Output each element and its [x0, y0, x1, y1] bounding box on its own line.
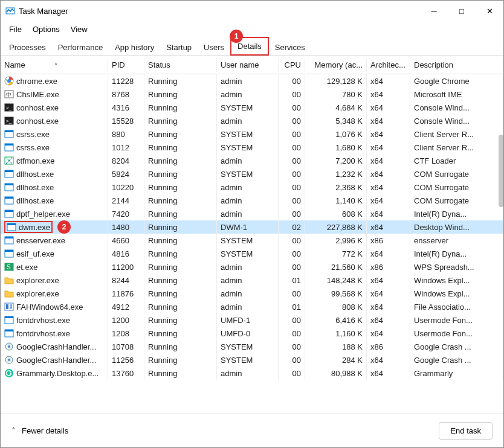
fewer-details-toggle[interactable]: ˄ Fewer details	[11, 426, 68, 435]
table-row[interactable]: chrome.exe 11228 Running admin 00 129,12…	[1, 74, 503, 88]
cell-pid: 1208	[108, 327, 144, 341]
process-name: ctfmon.exe	[16, 156, 55, 165]
header-name[interactable]: Name＾	[1, 58, 108, 72]
cell-pid: 8204	[108, 154, 144, 168]
cell-memory: 227,868 K	[305, 220, 367, 234]
cell-description: Windows Expl...	[410, 274, 503, 287]
menu-options[interactable]: Options	[28, 24, 65, 35]
header-user[interactable]: User name	[217, 58, 279, 72]
end-task-button[interactable]: End task	[439, 422, 493, 440]
cell-user: DWM-1	[217, 220, 279, 234]
cell-pid: 11228	[108, 74, 144, 88]
table-row[interactable]: FAHWindow64.exe 4912 Running admin 01 80…	[1, 300, 503, 313]
process-table: Name＾ PID Status User name CPU Memory (a…	[1, 56, 503, 406]
process-name: Grammarly.Desktop.e...	[16, 369, 99, 378]
cell-description: Usermode Fon...	[410, 327, 503, 341]
cell-description: Client Server R...	[410, 141, 503, 155]
cell-user: SYSTEM	[217, 340, 279, 354]
cell-description: Client Server R...	[410, 127, 503, 141]
vertical-scrollbar[interactable]	[499, 135, 503, 207]
header-cpu[interactable]: CPU	[279, 58, 305, 72]
process-icon: >_	[4, 103, 14, 112]
table-row[interactable]: >_conhost.exe 15528 Running admin 00 5,3…	[1, 114, 503, 127]
svg-rect-25	[7, 223, 16, 225]
table-row[interactable]: fontdrvhost.exe 1208 Running UMFD-0 00 1…	[1, 327, 503, 340]
cell-user: admin	[217, 181, 279, 194]
cell-pid: 1480	[108, 220, 144, 234]
svg-rect-21	[5, 197, 13, 199]
header-status[interactable]: Status	[144, 58, 217, 72]
table-row[interactable]: csrss.exe 880 Running SYSTEM 00 1,076 K …	[1, 127, 503, 141]
table-row[interactable]: esif_uf.exe 4816 Running SYSTEM 00 772 K…	[1, 247, 503, 260]
cell-cpu: 00	[279, 247, 305, 261]
maximize-button[interactable]: □	[448, 1, 476, 21]
cell-status: Running	[144, 220, 217, 234]
fewer-details-label: Fewer details	[22, 426, 68, 435]
cell-cpu: 00	[279, 353, 305, 367]
tab-performance[interactable]: Performance	[52, 39, 109, 56]
cell-user: admin	[217, 88, 279, 101]
table-row[interactable]: csrss.exe 1012 Running SYSTEM 00 1,680 K…	[1, 141, 503, 154]
table-row[interactable]: Set.exe 11200 Running admin 00 21,560 K …	[1, 260, 503, 274]
tab-users[interactable]: Users	[198, 39, 230, 56]
chevron-up-icon: ˄	[11, 426, 16, 435]
cell-status: Running	[144, 194, 217, 208]
header-description[interactable]: Description	[410, 58, 503, 72]
google-crash-icon	[4, 355, 14, 365]
tab-processes[interactable]: Processes	[3, 39, 52, 56]
svg-rect-17	[5, 170, 13, 172]
menu-file[interactable]: File	[4, 24, 27, 35]
table-row[interactable]: dllhost.exe 10220 Running admin 00 2,368…	[1, 181, 503, 194]
table-row[interactable]: GoogleCrashHandler... 10708 Running SYST…	[1, 340, 503, 353]
tab-services[interactable]: Services	[269, 39, 311, 56]
process-icon	[4, 196, 14, 205]
cell-status: Running	[144, 366, 217, 380]
svg-point-40	[8, 345, 10, 348]
menubar: File Options View	[1, 21, 503, 37]
table-row[interactable]: explorer.exe 8244 Running admin 01 148,2…	[1, 274, 503, 287]
process-name: csrss.exe	[16, 143, 50, 152]
cell-pid: 1200	[108, 313, 144, 327]
table-row[interactable]: ensserver.exe 4660 Running SYSTEM 00 2,9…	[1, 234, 503, 247]
cell-status: Running	[144, 234, 217, 248]
cell-memory: 284 K	[305, 353, 367, 367]
table-row[interactable]: fontdrvhost.exe 1200 Running UMFD-1 00 6…	[1, 313, 503, 327]
tab-app-history[interactable]: App history	[109, 39, 160, 56]
cell-description: Microsoft IME	[410, 88, 503, 101]
cell-memory: 4,684 K	[305, 101, 367, 115]
table-row[interactable]: Grammarly.Desktop.e... 13760 Running adm…	[1, 366, 503, 380]
process-name: dllhost.exe	[16, 196, 54, 205]
minimize-button[interactable]: ─	[420, 1, 448, 21]
menu-view[interactable]: View	[66, 24, 92, 35]
table-row[interactable]: GoogleCrashHandler... 11256 Running SYST…	[1, 353, 503, 366]
cell-memory: 80,988 K	[305, 366, 367, 380]
close-button[interactable]: ✕	[476, 1, 503, 21]
cell-arch: x64	[367, 353, 410, 367]
process-name: csrss.exe	[16, 130, 50, 139]
header-memory[interactable]: Memory (ac...	[305, 58, 367, 72]
process-icon	[4, 209, 14, 219]
process-icon	[4, 142, 14, 152]
cell-description: Grammarly	[410, 366, 503, 380]
cell-cpu: 00	[279, 340, 305, 354]
cell-description: Desktop Wind...	[410, 220, 503, 234]
cell-arch: x64	[367, 154, 410, 168]
svg-rect-27	[5, 237, 13, 238]
header-pid[interactable]: PID	[108, 58, 144, 72]
cell-description: CTF Loader	[410, 154, 503, 168]
table-row[interactable]: dllhost.exe 5824 Running SYSTEM 00 1,232…	[1, 167, 503, 181]
table-row[interactable]: 中ChsIME.exe 8768 Running admin 00 780 K …	[1, 88, 503, 101]
table-row[interactable]: dwm.exe2 1480 Running DWM-1 02 227,868 K…	[1, 220, 503, 234]
process-name: conhost.exe	[16, 103, 59, 112]
cell-description: Google Chrome	[410, 74, 503, 88]
table-row[interactable]: dllhost.exe 2144 Running admin 00 1,140 …	[1, 194, 503, 207]
tab-startup[interactable]: Startup	[160, 39, 198, 56]
cell-pid: 11256	[108, 353, 144, 367]
cell-user: SYSTEM	[217, 353, 279, 367]
cell-cpu: 00	[279, 194, 305, 208]
table-row[interactable]: >_conhost.exe 4316 Running SYSTEM 00 4,6…	[1, 101, 503, 114]
header-architecture[interactable]: Architec...	[367, 58, 410, 72]
table-row[interactable]: ctfmon.exe 8204 Running admin 00 7,200 K…	[1, 154, 503, 167]
process-name: dllhost.exe	[16, 183, 54, 192]
table-row[interactable]: explorer.exe 11876 Running admin 00 99,5…	[1, 287, 503, 300]
